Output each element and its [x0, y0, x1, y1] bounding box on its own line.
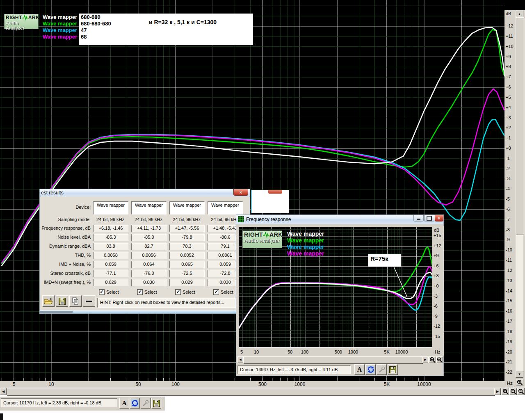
toolbar-button[interactable]	[42, 295, 55, 307]
y-axis-tick-label: -16	[506, 308, 512, 313]
result-box[interactable]: 0.0052	[169, 252, 205, 259]
result-box[interactable]: 0.030	[131, 279, 167, 286]
y-axis-tick-label: +8	[506, 64, 511, 69]
select-label: Select	[183, 290, 195, 294]
result-box[interactable]: 0.064	[131, 261, 167, 268]
result-box[interactable]: 0.0056	[131, 252, 167, 259]
fr-horizontal-scrollbar[interactable]: ◀ ▶	[237, 356, 443, 363]
device-combo[interactable]: Wave mapper	[208, 201, 243, 215]
row-label: THD, %	[41, 253, 91, 258]
result-box[interactable]: -76.0	[131, 270, 167, 277]
result-box[interactable]: +6.18, -1.46	[93, 225, 128, 232]
result-box[interactable]: 0.065	[169, 261, 205, 268]
main-y-axis: dB ▲ ▼ Hz +12+11+10+9+8+7+6+5+4+3+2+1+0-…	[504, 10, 525, 388]
main-horizontal-scrollbar[interactable]: ◀ ▶	[0, 388, 525, 395]
copy-icon	[72, 297, 79, 305]
result-box[interactable]: 82.7	[131, 243, 167, 250]
result-box[interactable]: -85.3	[93, 234, 128, 241]
result-box[interactable]: -85.0	[131, 234, 167, 241]
device-combo[interactable]: Wave mapper	[131, 201, 167, 215]
zoom-in-button[interactable]	[429, 356, 436, 363]
toolbar-button[interactable]	[56, 295, 68, 307]
result-box[interactable]: -77.1	[93, 270, 128, 277]
device-combo[interactable]: Wave mapper	[169, 201, 205, 215]
y-axis-tick-label: -10	[506, 247, 512, 252]
zoom-out-button[interactable]	[509, 388, 517, 395]
result-box[interactable]: 0.029	[169, 279, 205, 286]
y-axis-tick-label: -12	[506, 268, 512, 273]
settings-wrench-button[interactable]	[377, 364, 387, 375]
scroll-down-button[interactable]: ▼	[516, 371, 523, 378]
result-box[interactable]: +1.47, -5.56	[169, 225, 205, 232]
close-button[interactable]: ×	[435, 215, 443, 221]
scroll-right-button[interactable]: ▶	[422, 356, 428, 363]
y-axis-tick-label: +9	[434, 253, 439, 258]
toolbar-button[interactable]	[83, 295, 95, 307]
legend-item: Wave mapper	[287, 231, 324, 237]
sampling-mode-value: 24-bit, 96 kHz	[93, 217, 128, 222]
device-combo[interactable]: Wave mapper	[93, 201, 128, 215]
legend-item: Wave mapper	[43, 14, 77, 21]
result-value: 0.030	[132, 280, 166, 285]
save-button[interactable]	[388, 364, 398, 375]
zoom-in-button[interactable]	[502, 388, 509, 395]
font-button[interactable]: A	[119, 398, 129, 409]
y-axis-tick-label: -22	[506, 370, 512, 374]
result-box[interactable]: 0.059	[93, 261, 128, 268]
main-vertical-scrollbar[interactable]: ▲ ▼	[516, 11, 523, 378]
frequency-response-plot[interactable]: RIGHTARK Audio Analyzer R=75к Wave mappe…	[239, 227, 433, 348]
result-box[interactable]: -79.8	[169, 234, 205, 241]
result-box[interactable]: -72.5	[169, 270, 205, 277]
select-checkbox[interactable]: ✔	[99, 289, 105, 295]
result-box[interactable]: 0.029	[93, 279, 128, 286]
scrollbar-thumb[interactable]	[516, 18, 524, 235]
sampling-mode-value: 24-bit, 96 kHz	[131, 217, 166, 222]
select-checkbox[interactable]: ✔	[175, 289, 181, 295]
result-box[interactable]: 83.8	[93, 243, 128, 250]
y-axis-tick-label: -8	[506, 227, 510, 232]
zoom-out-button[interactable]	[517, 388, 525, 395]
x-axis-tick-label: 1000	[344, 349, 362, 354]
select-checkbox[interactable]: ✔	[137, 289, 143, 295]
scroll-left-button[interactable]: ◀	[0, 388, 7, 395]
x-axis-tick-label: 10000	[393, 349, 411, 354]
scrollbar-thumb[interactable]	[7, 388, 495, 396]
scroll-right-button[interactable]: ▶	[494, 388, 501, 395]
result-value: 0.059	[94, 262, 128, 267]
row-label: Stereo crosstalk, dB	[41, 271, 91, 276]
background-window-close-fragment	[268, 190, 282, 194]
minimize-button[interactable]	[413, 215, 424, 221]
frequency-response-titlebar[interactable]: Frequency response ×	[236, 215, 443, 224]
close-button[interactable]: ×	[233, 189, 248, 196]
y-axis-tick-label: +0	[434, 283, 439, 288]
result-box[interactable]: +4.11, -1.73	[131, 225, 167, 232]
x-axis-tick-label: 10000	[414, 381, 434, 387]
x-axis-tick-label: 10	[41, 381, 62, 387]
select-checkbox[interactable]: ✔	[213, 289, 219, 295]
maximize-button[interactable]	[424, 215, 434, 221]
minus-icon	[85, 297, 93, 305]
refresh-button[interactable]	[365, 364, 376, 375]
zoom-in-button[interactable]	[516, 379, 523, 386]
scroll-up-button[interactable]: ▲	[516, 11, 523, 17]
y-axis-tick-label: +3	[434, 273, 439, 278]
y-axis-tick-label: +7	[506, 74, 511, 79]
refresh-button[interactable]	[130, 398, 140, 409]
logo-text-left: RIGHT	[244, 231, 263, 238]
device-value: Wave mapper	[170, 203, 204, 208]
scrollbar-thumb[interactable]	[244, 356, 423, 364]
save-button[interactable]	[151, 398, 161, 409]
test-results-titlebar[interactable]: est results ×	[40, 189, 250, 197]
pulse-icon	[22, 15, 28, 21]
result-box[interactable]: 78.3	[169, 243, 205, 250]
font-button[interactable]: A	[354, 364, 365, 375]
result-value: +6.18, -1.46	[94, 226, 128, 231]
toolbar-button[interactable]	[69, 295, 82, 307]
scroll-left-button[interactable]: ◀	[237, 356, 243, 363]
rightmark-logo: RIGHTARK Audio Analyzer	[242, 231, 282, 248]
result-box[interactable]: 0.0058	[93, 252, 128, 259]
settings-wrench-button[interactable]	[141, 398, 151, 409]
legend-item: Wave mapper	[43, 27, 77, 34]
series-info-line: 680-680-680	[81, 21, 111, 27]
zoom-out-button[interactable]	[436, 356, 443, 363]
